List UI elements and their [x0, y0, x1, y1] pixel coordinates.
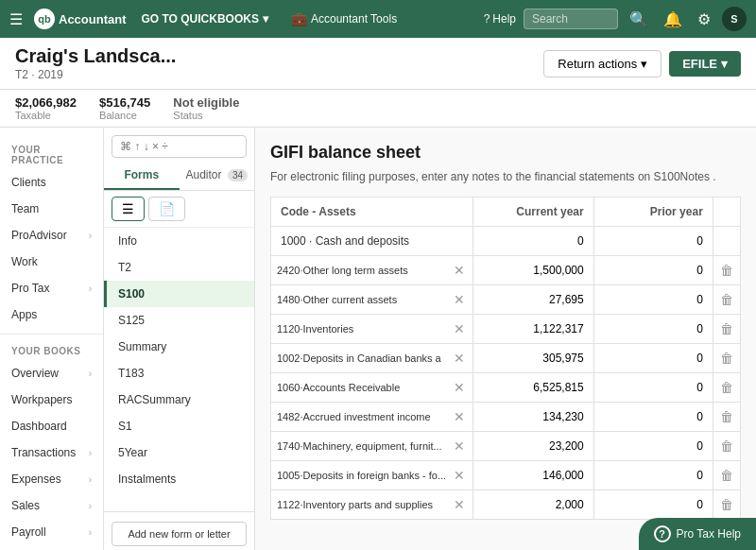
row-delete-cell[interactable]: 🗑: [713, 285, 740, 315]
delete-row-button[interactable]: 🗑: [716, 292, 737, 307]
hamburger-icon[interactable]: ☰: [9, 10, 23, 28]
remove-tag-button[interactable]: ✕: [452, 409, 467, 424]
delete-row-button[interactable]: 🗑: [716, 409, 737, 424]
row-delete-cell[interactable]: 🗑: [713, 373, 740, 403]
current-year-input[interactable]: [473, 256, 593, 284]
row-delete-cell[interactable]: 🗑: [713, 461, 740, 490]
remove-tag-button[interactable]: ✕: [452, 321, 467, 336]
sidebar-item-apps[interactable]: Apps: [0, 301, 103, 328]
form-item-t2[interactable]: T2: [104, 254, 254, 281]
row-prior-input-cell[interactable]: [593, 227, 713, 256]
sidebar-item-clients[interactable]: Clients: [0, 169, 103, 196]
prior-year-input[interactable]: [594, 344, 713, 372]
remove-tag-button[interactable]: ✕: [452, 292, 467, 307]
prior-year-input[interactable]: [594, 256, 713, 284]
user-avatar[interactable]: S: [722, 7, 747, 31]
row-prior-input-cell[interactable]: [593, 403, 713, 432]
row-current-input-cell[interactable]: [473, 461, 594, 490]
delete-row-button[interactable]: 🗑: [716, 321, 737, 336]
remove-tag-button[interactable]: ✕: [452, 380, 467, 395]
remove-tag-button[interactable]: ✕: [452, 351, 467, 366]
prior-year-input[interactable]: [594, 461, 713, 490]
delete-row-button[interactable]: 🗑: [716, 351, 737, 366]
return-actions-button[interactable]: Return actions ▾: [543, 50, 662, 77]
sidebar-item-sales[interactable]: Sales›: [0, 492, 103, 519]
row-prior-input-cell[interactable]: [593, 461, 713, 490]
tab-auditor[interactable]: Auditor 34: [180, 162, 255, 190]
form-item-s1[interactable]: S1: [104, 413, 254, 439]
form-item-s125[interactable]: S125: [104, 307, 254, 334]
efile-button[interactable]: EFILE ▾: [669, 51, 741, 77]
form-item-info[interactable]: Info: [104, 228, 254, 254]
current-year-input[interactable]: [473, 461, 593, 490]
settings-gear-icon[interactable]: ⚙: [694, 10, 714, 28]
sidebar-item-proadvisor[interactable]: ProAdvisor›: [0, 222, 103, 249]
prior-year-input[interactable]: [594, 373, 713, 402]
row-delete-cell[interactable]: 🗑: [713, 315, 740, 344]
prior-year-input[interactable]: [594, 227, 713, 255]
delete-row-button[interactable]: 🗑: [716, 497, 737, 512]
prior-year-input[interactable]: [594, 315, 713, 343]
prior-year-input[interactable]: [594, 285, 713, 314]
help-link[interactable]: ? Help: [484, 12, 516, 26]
current-year-input[interactable]: [473, 315, 593, 343]
current-year-input[interactable]: [473, 403, 593, 431]
sidebar-item-dashboard[interactable]: Dashboard: [0, 413, 103, 439]
nav-search-input[interactable]: [524, 9, 618, 29]
row-current-input-cell[interactable]: [473, 344, 594, 373]
add-form-button[interactable]: Add new form or letter: [112, 522, 247, 546]
row-current-input-cell[interactable]: [473, 227, 594, 256]
accountant-tools-button[interactable]: 💼 Accountant Tools: [284, 8, 404, 30]
current-year-input[interactable]: [473, 285, 593, 314]
delete-row-button[interactable]: 🗑: [716, 438, 737, 454]
row-current-input-cell[interactable]: [473, 373, 594, 403]
row-delete-cell[interactable]: 🗑: [713, 256, 740, 285]
search-icon[interactable]: 🔍: [626, 10, 652, 28]
delete-row-button[interactable]: 🗑: [716, 263, 737, 278]
sidebar-item-reports[interactable]: Reports›: [0, 545, 103, 550]
prior-year-input[interactable]: [594, 403, 713, 431]
form-item-racsummary[interactable]: RACSummary: [104, 387, 254, 413]
sidebar-item-protax[interactable]: Pro Tax›: [0, 275, 103, 301]
row-prior-input-cell[interactable]: [593, 285, 713, 315]
current-year-input[interactable]: [473, 227, 593, 255]
row-prior-input-cell[interactable]: [593, 315, 713, 344]
row-prior-input-cell[interactable]: [593, 373, 713, 403]
remove-tag-button[interactable]: ✕: [452, 468, 467, 483]
current-year-input[interactable]: [473, 373, 593, 402]
row-delete-cell[interactable]: 🗑: [713, 490, 740, 520]
tab-forms[interactable]: Forms: [104, 162, 180, 190]
forms-search-input[interactable]: [112, 135, 247, 158]
current-year-input[interactable]: [473, 344, 593, 372]
delete-row-button[interactable]: 🗑: [716, 380, 737, 395]
sidebar-item-work[interactable]: Work: [0, 249, 103, 275]
sidebar-item-transactions[interactable]: Transactions›: [0, 439, 103, 466]
row-current-input-cell[interactable]: [473, 256, 594, 285]
list-view-button[interactable]: ☰: [112, 197, 145, 221]
notification-bell-icon[interactable]: 🔔: [660, 10, 686, 28]
sidebar-item-team[interactable]: Team: [0, 196, 103, 222]
remove-tag-button[interactable]: ✕: [452, 438, 467, 454]
current-year-input[interactable]: [473, 432, 593, 460]
row-delete-cell[interactable]: 🗑: [713, 403, 740, 432]
form-item-s100[interactable]: S100: [104, 281, 254, 307]
row-current-input-cell[interactable]: [473, 490, 594, 520]
row-delete-cell[interactable]: 🗑: [713, 432, 740, 461]
prior-year-input[interactable]: [594, 490, 713, 519]
sidebar-item-expenses[interactable]: Expenses›: [0, 466, 103, 492]
go-to-quickbooks-button[interactable]: GO TO QUICKBOOKS ▾: [134, 9, 276, 29]
form-item-instalments[interactable]: Instalments: [104, 466, 254, 492]
sidebar-item-overview[interactable]: Overview›: [0, 360, 103, 387]
row-delete-cell[interactable]: 🗑: [713, 344, 740, 373]
delete-row-button[interactable]: 🗑: [716, 468, 737, 483]
row-current-input-cell[interactable]: [473, 403, 594, 432]
pro-tax-help-bar[interactable]: ? Pro Tax Help: [639, 518, 756, 550]
current-year-input[interactable]: [473, 490, 593, 519]
remove-tag-button[interactable]: ✕: [452, 263, 467, 278]
sidebar-item-payroll[interactable]: Payroll›: [0, 519, 103, 545]
form-item-5year[interactable]: 5Year: [104, 439, 254, 466]
row-prior-input-cell[interactable]: [593, 344, 713, 373]
prior-year-input[interactable]: [594, 432, 713, 460]
row-prior-input-cell[interactable]: [593, 432, 713, 461]
remove-tag-button[interactable]: ✕: [452, 497, 467, 512]
